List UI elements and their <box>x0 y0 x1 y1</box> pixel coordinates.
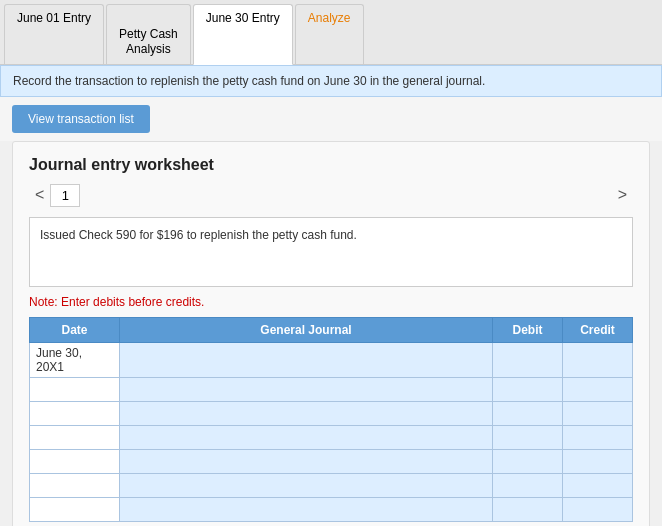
col-header-debit: Debit <box>493 317 563 342</box>
row-debit[interactable] <box>493 449 563 473</box>
col-header-date: Date <box>30 317 120 342</box>
view-transaction-list-button[interactable]: View transaction list <box>12 105 150 133</box>
table-row <box>30 425 633 449</box>
action-bar: View transaction list <box>0 97 662 141</box>
row-credit[interactable] <box>563 473 633 497</box>
row-date[interactable] <box>30 473 120 497</box>
row-credit[interactable] <box>563 342 633 377</box>
row-journal[interactable] <box>120 401 493 425</box>
col-header-credit: Credit <box>563 317 633 342</box>
description-box: Issued Check 590 for $196 to replenish t… <box>29 217 633 287</box>
row-credit[interactable] <box>563 497 633 521</box>
tabs-bar: June 01 Entry Petty Cash Analysis June 3… <box>0 0 662 65</box>
table-row <box>30 473 633 497</box>
row-journal[interactable] <box>120 497 493 521</box>
tab-june30[interactable]: June 30 Entry <box>193 4 293 65</box>
row-credit[interactable] <box>563 377 633 401</box>
table-row <box>30 497 633 521</box>
card-title: Journal entry worksheet <box>29 156 633 174</box>
table-row <box>30 449 633 473</box>
row-debit[interactable] <box>493 473 563 497</box>
row-date[interactable] <box>30 497 120 521</box>
tab-june01[interactable]: June 01 Entry <box>4 4 104 64</box>
row-debit[interactable] <box>493 425 563 449</box>
row-date[interactable] <box>30 377 120 401</box>
row-debit[interactable] <box>493 377 563 401</box>
row-journal[interactable] <box>120 377 493 401</box>
journal-table: Date General Journal Debit Credit June 3… <box>29 317 633 522</box>
tab-analyze[interactable]: Analyze <box>295 4 364 64</box>
page-nav: < 1 > <box>29 184 633 207</box>
row-journal[interactable] <box>120 425 493 449</box>
row-credit[interactable] <box>563 425 633 449</box>
nav-right-arrow[interactable]: > <box>612 184 633 206</box>
table-row <box>30 377 633 401</box>
info-bar: Record the transaction to replenish the … <box>0 65 662 97</box>
row-date[interactable] <box>30 425 120 449</box>
row-journal[interactable] <box>120 342 493 377</box>
table-row <box>30 401 633 425</box>
row-debit[interactable] <box>493 401 563 425</box>
note-text: Note: Enter debits before credits. <box>29 295 633 309</box>
row-date[interactable] <box>30 401 120 425</box>
journal-card: Journal entry worksheet < 1 > Issued Che… <box>12 141 650 526</box>
row-credit[interactable] <box>563 401 633 425</box>
row-journal[interactable] <box>120 473 493 497</box>
table-row: June 30, 20X1 <box>30 342 633 377</box>
tab-pettycash[interactable]: Petty Cash Analysis <box>106 4 191 64</box>
row-date: June 30, 20X1 <box>30 342 120 377</box>
nav-left-arrow[interactable]: < <box>29 184 50 206</box>
col-header-journal: General Journal <box>120 317 493 342</box>
row-debit[interactable] <box>493 342 563 377</box>
row-date[interactable] <box>30 449 120 473</box>
row-debit[interactable] <box>493 497 563 521</box>
row-credit[interactable] <box>563 449 633 473</box>
page-number: 1 <box>50 184 80 207</box>
row-journal[interactable] <box>120 449 493 473</box>
